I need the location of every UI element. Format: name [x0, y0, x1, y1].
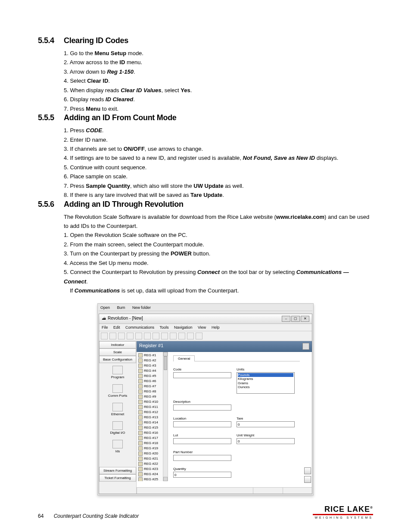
maximize-button[interactable]: ▢	[291, 316, 300, 322]
program-icon	[112, 366, 123, 374]
header-icon[interactable]	[302, 343, 309, 350]
listbox-units[interactable]: Pounds Kilograms Grams Ounces	[237, 372, 295, 394]
section-title: Adding an ID From Count Mode	[64, 113, 177, 122]
newfolder-button[interactable]: New folder	[132, 305, 151, 310]
window-title: ⛰Revolution - [New]	[102, 316, 143, 322]
disconnect-icon[interactable]	[187, 333, 194, 339]
tab-general[interactable]: General	[173, 355, 195, 361]
page-number: 64	[38, 513, 44, 519]
input-description[interactable]	[173, 404, 231, 411]
explorer-toolbar: Open Burn New folder	[99, 305, 312, 311]
form-panel: General Code Units	[168, 352, 312, 487]
left-nav: Indicator Scale Base Configuration Progr…	[99, 341, 137, 494]
doc-name: Counterpart Counting Scale Indicator	[54, 513, 139, 519]
input-quantity[interactable]: 0	[173, 472, 231, 478]
icon-toolbar	[99, 331, 312, 341]
preview-icon[interactable]	[135, 333, 142, 339]
minimize-button[interactable]: –	[282, 316, 290, 322]
section-number: 5.5.6	[38, 200, 64, 209]
content-header: Register #1	[137, 341, 312, 352]
revolution-screenshot: Open Burn New folder ⛰Revolution - [New]…	[97, 303, 314, 495]
register-list[interactable]: REG #1REG #2REG #3REG #4REG #5REG #6REG …	[137, 352, 168, 481]
label-unitweight: Unit Weight	[237, 433, 295, 437]
burn-button[interactable]: Burn	[117, 305, 125, 310]
ids-icon	[112, 440, 123, 448]
body-554: 1. Go to the Menu Setup mode. 2. Arrow a…	[64, 49, 373, 113]
undo-icon[interactable]	[144, 333, 151, 339]
copy-icon[interactable]	[161, 333, 168, 339]
close-button[interactable]: ✕	[301, 316, 309, 322]
scroll-thumb[interactable]	[164, 356, 167, 370]
label-quantity: Quantity	[173, 467, 231, 471]
arrow-down-button[interactable]	[304, 476, 311, 483]
input-partnumber[interactable]	[173, 455, 231, 461]
scrollbar[interactable]	[163, 352, 168, 481]
section-title: Clearing ID Codes	[64, 36, 128, 45]
label-description: Description	[173, 400, 231, 404]
nav-streamformat[interactable]: Stream Formatting	[99, 467, 136, 474]
nav-ticketformat[interactable]: Ticket Formatting	[99, 474, 136, 482]
scroll-up-icon[interactable]	[163, 352, 168, 356]
input-lot[interactable]	[173, 438, 231, 444]
menu-communications[interactable]: Communications	[125, 325, 154, 330]
new-icon[interactable]	[101, 333, 108, 339]
input-location[interactable]	[173, 421, 231, 427]
nav-ids[interactable]: Ids	[99, 437, 136, 456]
menu-tools[interactable]: Tools	[159, 325, 168, 330]
cut-icon[interactable]	[153, 333, 159, 339]
save-icon[interactable]	[118, 333, 125, 339]
open-button[interactable]: Open	[100, 305, 110, 310]
paste-icon[interactable]	[170, 333, 177, 339]
flag-icon[interactable]	[196, 333, 202, 339]
digitalio-icon	[112, 421, 123, 430]
menu-file[interactable]: File	[102, 325, 108, 330]
nav-commports[interactable]: Comm Ports	[99, 382, 136, 400]
statusbar	[137, 487, 312, 494]
arrow-up-button[interactable]	[304, 467, 311, 474]
nav-scale[interactable]: Scale	[99, 348, 136, 356]
label-tare: Tare	[237, 417, 295, 420]
label-lot: Lot	[173, 433, 231, 437]
body-556: The Revolution Scale Software is availab…	[64, 212, 373, 296]
body-555: 1. Press CODE. 2. Enter ID name. 3. If c…	[64, 126, 373, 200]
section-title: Adding an ID Through Revolution	[64, 200, 184, 209]
page-footer-left: 64 Counterpart Counting Scale Indicator	[38, 513, 139, 519]
input-tare[interactable]: 0	[237, 421, 295, 427]
label-code: Code	[173, 367, 231, 371]
open-icon[interactable]	[109, 333, 116, 339]
menu-help[interactable]: Help	[212, 325, 220, 330]
nav-indicator[interactable]: Indicator	[99, 341, 136, 348]
menu-edit[interactable]: Edit	[113, 325, 120, 330]
menu-navigation[interactable]: Navigation	[174, 325, 193, 330]
section-number: 5.5.5	[38, 113, 64, 122]
page-footer-logo: RICE LAKE® WEIGHING SYSTEMS	[313, 505, 373, 519]
input-code[interactable]	[173, 372, 231, 378]
ethernet-icon	[112, 403, 123, 411]
commports-icon	[112, 384, 123, 393]
nav-digitalio[interactable]: Digital I/O	[99, 419, 136, 437]
label-location: Location	[173, 417, 231, 420]
menubar: File Edit Communications Tools Navigatio…	[99, 324, 312, 331]
section-number: 5.5.4	[38, 36, 64, 45]
label-units: Units	[237, 367, 295, 371]
input-unitweight[interactable]: 0	[237, 438, 295, 444]
print-icon[interactable]	[127, 333, 134, 339]
scroll-down-icon[interactable]	[163, 477, 168, 481]
nav-program[interactable]: Program	[99, 363, 136, 382]
menu-view[interactable]: View	[198, 325, 206, 330]
nav-baseconfig[interactable]: Base Configuration	[99, 356, 136, 363]
nav-ethernet[interactable]: Ethernet	[99, 400, 136, 419]
label-partnumber: Part Number	[173, 450, 231, 454]
connect-icon[interactable]	[178, 333, 185, 339]
